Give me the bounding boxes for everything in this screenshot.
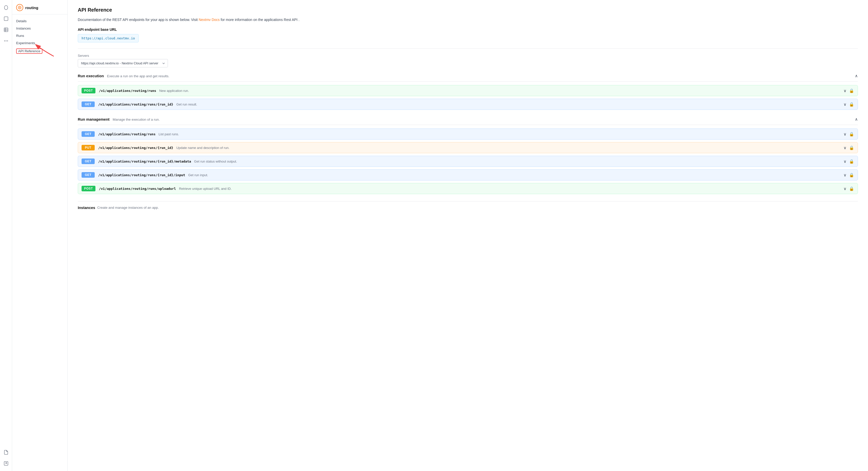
servers-section: Servers https://api.cloud.nextmv.io - Ne… bbox=[78, 54, 858, 67]
run-execution-collapse[interactable]: ∧ bbox=[855, 73, 858, 78]
post-badge: POST bbox=[82, 88, 95, 93]
dots-icon[interactable] bbox=[1, 36, 10, 45]
svg-point-7 bbox=[7, 40, 8, 41]
svg-point-9 bbox=[18, 6, 21, 9]
lock-icon: 🔒 bbox=[849, 88, 854, 93]
get-metadata-path: /v1/applications/routing/runs/{run_id}/m… bbox=[98, 159, 191, 163]
get-runs-list-endpoint[interactable]: GET /v1/applications/routing/runs List p… bbox=[78, 128, 858, 139]
get-metadata-endpoint[interactable]: GET /v1/applications/routing/runs/{run_i… bbox=[78, 156, 858, 167]
chevron-icon-5[interactable]: ∨ bbox=[843, 159, 846, 164]
run-management-subtitle: Manage the execution of a run. bbox=[113, 118, 160, 121]
export-icon[interactable] bbox=[1, 459, 10, 468]
get-metadata-actions: ∨ 🔒 bbox=[843, 159, 854, 164]
instances-section: Instances Create and manage instances of… bbox=[78, 201, 858, 210]
page-title: API Reference bbox=[78, 7, 858, 13]
run-management-section: Run management Manage the execution of a… bbox=[78, 117, 858, 194]
chevron-icon-7[interactable]: ∨ bbox=[843, 186, 846, 191]
get-badge-1: GET bbox=[82, 101, 95, 107]
run-management-collapse[interactable]: ∧ bbox=[855, 117, 858, 122]
nextmv-docs-link[interactable]: Nextmv Docs bbox=[199, 18, 220, 22]
run-execution-header: Run execution Execute a run on the app a… bbox=[78, 73, 858, 82]
lock-icon-3: 🔒 bbox=[849, 132, 854, 136]
description-text1: Documentation of the REST API endpoints … bbox=[78, 18, 199, 22]
post-runs-actions: ∨ 🔒 bbox=[843, 88, 854, 93]
sidebar-item-experiments[interactable]: Experiments bbox=[12, 39, 67, 47]
get-runs-list-desc: List past runs. bbox=[159, 132, 179, 136]
get-runs-list-path: /v1/applications/routing/runs bbox=[98, 132, 156, 136]
icon-rail bbox=[0, 0, 12, 471]
chevron-icon-4[interactable]: ∨ bbox=[843, 146, 846, 150]
svg-point-6 bbox=[5, 40, 6, 41]
sidebar-item-runs[interactable]: Runs bbox=[12, 32, 67, 39]
put-badge: PUT bbox=[82, 145, 95, 151]
servers-label: Servers bbox=[78, 54, 858, 58]
rocket-icon[interactable] bbox=[1, 3, 10, 12]
svg-point-5 bbox=[4, 40, 5, 41]
put-run-path: /v1/applications/routing/runs/{run_id} bbox=[98, 146, 173, 150]
get-run-path: /v1/applications/routing/runs/{run_id} bbox=[98, 102, 173, 106]
get-run-desc: Get run result. bbox=[176, 102, 197, 106]
app-logo bbox=[16, 4, 23, 11]
api-endpoint-label: API endpoint base URL bbox=[78, 28, 858, 32]
sidebar-item-details[interactable]: Details bbox=[12, 18, 67, 25]
instances-subtitle: Create and manage instances of an app. bbox=[97, 206, 159, 210]
post-uploadurl-endpoint[interactable]: POST /v1/applications/routing/runs/uploa… bbox=[78, 183, 858, 194]
post-uploadurl-path: /v1/applications/routing/runs/uploadurl bbox=[99, 187, 176, 191]
run-execution-title: Run execution bbox=[78, 74, 104, 78]
lock-icon-6: 🔒 bbox=[849, 172, 854, 178]
main-content: API Reference Documentation of the REST … bbox=[68, 0, 868, 471]
put-run-desc: Update name and description of run. bbox=[176, 146, 229, 150]
document-icon[interactable] bbox=[1, 448, 10, 457]
sidebar: routing Details Instances Runs Experimen… bbox=[12, 0, 68, 471]
get-metadata-desc: Get run status without output. bbox=[194, 159, 237, 163]
post-runs-desc: New application run. bbox=[159, 89, 189, 93]
divider-1 bbox=[78, 49, 858, 49]
post-runs-endpoint[interactable]: POST /v1/applications/routing/runs New a… bbox=[78, 85, 858, 96]
sidebar-item-instances[interactable]: Instances bbox=[12, 25, 67, 32]
get-input-endpoint[interactable]: GET /v1/applications/routing/runs/{run_i… bbox=[78, 169, 858, 181]
get-input-actions: ∨ 🔒 bbox=[843, 172, 854, 178]
sidebar-header: routing bbox=[12, 0, 67, 14]
sidebar-item-api-reference[interactable]: API Reference bbox=[12, 47, 67, 56]
chevron-down-icon-2[interactable]: ∨ bbox=[843, 102, 846, 107]
post-uploadurl-desc: Retrieve unique upload URL and ID. bbox=[179, 187, 231, 191]
post-uploadurl-actions: ∨ 🔒 bbox=[843, 186, 854, 191]
get-run-endpoint[interactable]: GET /v1/applications/routing/runs/{run_i… bbox=[78, 99, 858, 110]
api-reference-label: API Reference bbox=[16, 49, 42, 54]
get-runs-list-actions: ∨ 🔒 bbox=[843, 132, 854, 136]
run-management-title: Run management bbox=[78, 117, 110, 121]
get-input-path: /v1/applications/routing/runs/{run_id}/i… bbox=[98, 173, 185, 177]
get-metadata-badge: GET bbox=[82, 158, 95, 164]
lock-icon-7: 🔒 bbox=[849, 186, 854, 191]
get-input-desc: Get run input. bbox=[188, 173, 208, 177]
get-input-badge: GET bbox=[82, 172, 95, 178]
put-run-endpoint[interactable]: PUT /v1/applications/routing/runs/{run_i… bbox=[78, 142, 858, 153]
run-management-title-group: Run management Manage the execution of a… bbox=[78, 117, 160, 122]
post-upload-badge: POST bbox=[82, 186, 95, 191]
svg-point-10 bbox=[19, 7, 20, 8]
svg-rect-1 bbox=[4, 28, 8, 32]
put-run-actions: ∨ 🔒 bbox=[843, 146, 854, 150]
api-base-url[interactable]: https://api.cloud.nextmv.io bbox=[78, 34, 138, 42]
table-icon[interactable] bbox=[1, 25, 10, 34]
get-list-badge: GET bbox=[82, 131, 95, 137]
post-runs-path: /v1/applications/routing/runs bbox=[99, 89, 156, 93]
instances-title: Instances bbox=[78, 206, 95, 210]
run-execution-title-group: Run execution Execute a run on the app a… bbox=[78, 74, 169, 78]
servers-select[interactable]: https://api.cloud.nextmv.io - Nextmv Clo… bbox=[78, 59, 168, 67]
lock-icon-5: 🔒 bbox=[849, 159, 854, 164]
lock-icon-2: 🔒 bbox=[849, 102, 854, 107]
svg-rect-0 bbox=[4, 17, 8, 21]
lock-icon-4: 🔒 bbox=[849, 146, 854, 150]
description: Documentation of the REST API endpoints … bbox=[78, 17, 858, 23]
run-execution-section: Run execution Execute a run on the app a… bbox=[78, 73, 858, 110]
get-run-actions: ∨ 🔒 bbox=[843, 102, 854, 107]
run-management-header: Run management Manage the execution of a… bbox=[78, 117, 858, 125]
box-icon[interactable] bbox=[1, 14, 10, 23]
sidebar-nav: Details Instances Runs Experiments API R… bbox=[12, 14, 67, 59]
chevron-icon-6[interactable]: ∨ bbox=[843, 172, 846, 178]
chevron-down-icon[interactable]: ∨ bbox=[843, 88, 846, 93]
app-name: routing bbox=[25, 5, 38, 10]
chevron-icon-3[interactable]: ∨ bbox=[843, 132, 846, 136]
description-text2: for more information on the applications… bbox=[220, 18, 300, 22]
